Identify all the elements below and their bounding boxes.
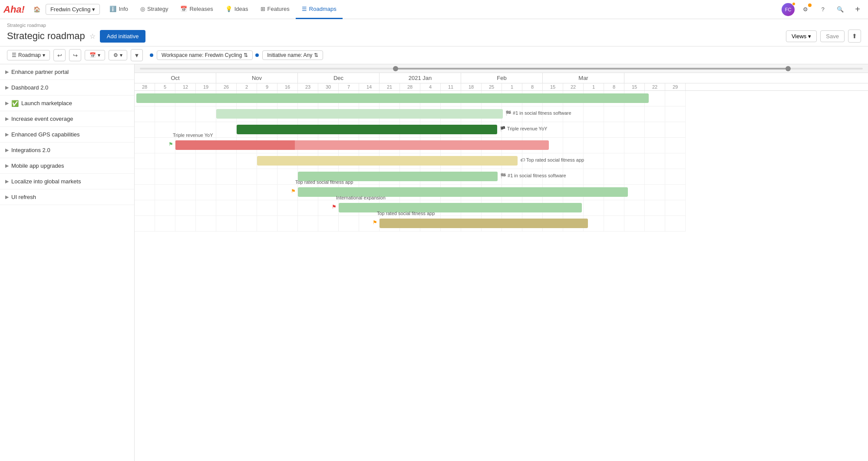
search-button[interactable]: 🔍 [833,3,847,17]
roadmap-view-button[interactable]: ☰ Roadmap ▾ [7,50,50,60]
gantt-column [645,138,665,153]
gantt-week-label: 1 [502,83,522,90]
list-item[interactable]: ▶ Integrations 2.0 [0,143,134,158]
gantt-bar[interactable]: ⚑Triple revenue YoY [175,140,549,150]
gantt-months: OctNovDec2021 JanFebMar [135,73,868,83]
list-item[interactable]: ▶ Enhanced GPS capabilities [0,127,134,143]
gantt-column [339,216,359,231]
list-item[interactable]: ▶ Dashboard 2.0 [0,80,134,96]
bar-flag-marker: ⚑ [168,141,173,147]
gantt-column [563,169,584,184]
tab-releases[interactable]: 📅 Releases [174,0,219,19]
gantt-column [155,122,175,137]
initiative-filter-chip[interactable]: Initiative name: Any ⇅ [262,50,323,60]
gantt-column [135,216,155,231]
gantt-row: ⚑Triple revenue YoY [135,138,686,153]
tab-info[interactable]: ℹ️ Info [103,0,134,19]
gantt-row: ⚑Top rated social fitness app [135,216,686,232]
main-content: ▶ Enhance partner portal ▶ Dashboard 2.0… [0,64,868,461]
gantt-week-label: 22 [645,83,665,90]
gantt-bar[interactable]: 🏁 #1 in social fitness software [216,109,503,119]
avatar-button[interactable]: FC [781,3,795,17]
gantt-column [624,138,645,153]
gantt-column [257,216,277,231]
add-button[interactable]: + [851,3,865,17]
search-icon: 🔍 [837,6,844,13]
list-item[interactable]: ▶ Increase event coverage [0,111,134,127]
bar-flag-label: International expansion [336,195,386,200]
settings-icon: ⚙ [113,52,118,58]
gantt-area[interactable]: OctNovDec2021 JanFebMar 2851219262916233… [135,64,868,461]
redo-button[interactable]: ↪ [69,49,81,61]
gantt-column [645,185,665,200]
bar-flag-marker: ⚑ [291,188,296,194]
bar-fill [380,219,588,228]
workspace-selector[interactable]: Fredwin Cycling ▾ [46,4,100,15]
slider-thumb-left[interactable] [393,66,398,71]
gantt-column [665,169,686,184]
gantt-column [665,153,686,169]
filter-active-dot-2 [255,53,259,57]
undo-button[interactable]: ↩ [53,49,66,61]
gantt-column [175,169,196,184]
initiative-name: Localize into global markets [11,178,81,185]
gantt-column [257,169,277,184]
workspace-filter-chip[interactable]: Workspace name: Fredwin Cycling ⇅ [157,50,253,60]
timeline-slider-container [135,64,868,73]
expand-icon: ▶ [5,147,9,153]
views-button[interactable]: Views ▾ [786,30,817,42]
gantt-column [604,106,624,122]
gantt-column [135,138,155,153]
filter-button[interactable]: ▼ [131,49,143,61]
bar-flag-label: Top rated social fitness app [295,179,353,185]
gantt-bar[interactable]: ⚑International expansion [339,203,582,212]
strategy-icon: ◎ [140,6,145,12]
tab-strategy[interactable]: ◎ Strategy [134,0,174,19]
settings-notification-dot [808,3,812,7]
tab-ideas[interactable]: 💡 Ideas [219,0,254,19]
workspace-filter-label: Workspace name: Fredwin Cycling [162,52,242,58]
initiative-name: Enhance partner portal [11,69,69,75]
home-button[interactable]: 🏠 [30,3,44,17]
slider-thumb-right[interactable] [785,66,791,71]
add-initiative-button[interactable]: Add initiative [100,30,146,43]
expand-icon: ▶ [5,179,9,184]
list-item[interactable]: ▶ ✅ Launch marketplace [0,96,134,111]
date-button[interactable]: 📅 ▾ [85,50,105,60]
gantt-week-label: 2 [237,83,257,90]
display-button[interactable]: ⚙ ▾ [109,50,127,60]
tab-features[interactable]: ⊞ Features [254,0,296,19]
gantt-month-label: Oct [135,73,216,83]
gantt-bar[interactable]: ⚑Top rated social fitness app [380,219,588,228]
list-item[interactable]: ▶ Enhance partner portal [0,64,134,80]
save-button[interactable]: Save [820,30,845,42]
app-logo[interactable]: Aha! [3,4,25,15]
gantt-column [604,200,624,216]
gantt-column [196,169,216,184]
settings-button[interactable]: ⚙ [799,3,812,17]
bar-flag-marker: ⚑ [332,204,337,210]
undo-icon: ↩ [57,52,62,59]
gantt-row: ⚑Top rated social fitness app [135,185,686,200]
bar-fill [257,156,518,166]
gantt-column [175,153,196,169]
gantt-bar[interactable]: ⚑Largest partner ecosystem [136,93,649,103]
list-item[interactable]: ▶ Localize into global markets [0,174,134,189]
roadmaps-icon: ☰ [302,6,307,12]
list-item[interactable]: ▶ Mobile app upgrades [0,158,134,174]
tab-strategy-label: Strategy [147,6,168,12]
gantt-column [584,138,604,153]
filter-active-dot [150,53,153,57]
gantt-bar[interactable]: 🏴 Triple revenue YoY [237,125,497,134]
gantt-week-label: 14 [359,83,380,90]
help-button[interactable]: ? [816,3,830,17]
tab-roadmaps[interactable]: ☰ Roadmaps [296,0,343,19]
list-item[interactable]: ▶ UI refresh [0,189,134,205]
gantt-column [216,153,237,169]
plus-icon: + [855,4,860,14]
upload-button[interactable]: ⬆ [848,30,861,43]
gantt-column [216,185,237,200]
filter-icon: ▼ [134,52,140,59]
favorite-icon[interactable]: ☆ [89,32,96,40]
gantt-bar[interactable]: 🏷 Top rated social fitness app [257,156,518,166]
